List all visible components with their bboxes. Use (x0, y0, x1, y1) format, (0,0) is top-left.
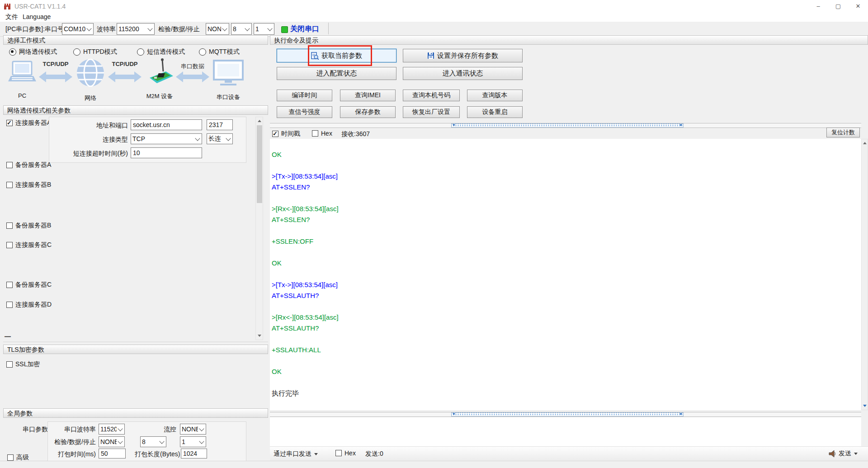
window-title: USR-CAT1 V1.1.4 (14, 3, 66, 10)
server-checkbox-row[interactable]: 备份服务器A (6, 161, 51, 169)
server-checkbox-row[interactable]: 连接服务器C (6, 241, 52, 249)
server-a-port-input[interactable]: 2317 (207, 119, 233, 130)
send-textarea[interactable] (270, 417, 861, 446)
global-parity-select[interactable]: NONE (99, 436, 125, 447)
get-params-button[interactable]: 获取当前参数 (277, 49, 396, 62)
ssl-label: SSL加密 (15, 360, 40, 369)
log-vscrollbar[interactable] (861, 139, 868, 410)
short-timeout-input[interactable]: 10 (131, 147, 202, 158)
log-line (272, 247, 855, 258)
ssl-checkbox-row[interactable]: SSL加密 (6, 360, 40, 369)
cmd-button-compile-time[interactable]: 编译时间 (277, 90, 332, 101)
send-button[interactable]: 发送 (828, 449, 858, 458)
global-databits-select[interactable]: 8 (140, 436, 166, 447)
enter-comm-button[interactable]: 进入通讯状态 (403, 67, 523, 80)
send-hex-checkbox-row[interactable]: Hex (335, 449, 356, 457)
chevron-down-icon (226, 136, 231, 141)
server-checkbox-row[interactable]: 备份服务器B (6, 222, 51, 230)
log-hscrollbar-top[interactable] (270, 123, 861, 128)
cmd-button-reboot[interactable]: 设备重启 (467, 106, 523, 118)
radio-option-mqtt[interactable]: MQTT模式 (199, 48, 240, 56)
radio-option-net[interactable]: 网络透传模式 (9, 48, 57, 56)
cmd-button-query-version[interactable]: 查询版本 (467, 90, 523, 101)
radio-icon[interactable] (73, 48, 80, 56)
chevron-down-icon (222, 26, 227, 31)
databits-select[interactable]: 8 (231, 23, 252, 35)
cmd-button-signal[interactable]: 查信号强度 (277, 106, 332, 118)
radio-option-httpd[interactable]: HTTPD模式 (73, 48, 117, 56)
timestamp-checkbox-row[interactable]: 时间戳 (272, 130, 300, 138)
checkbox-icon[interactable] (6, 162, 13, 168)
server-checkbox-row[interactable]: 备份服务器C (6, 281, 52, 289)
server-a-checkbox-row[interactable]: 连接服务器A (6, 119, 51, 127)
checkbox-icon[interactable] (6, 222, 13, 229)
checkbox-icon[interactable] (6, 182, 13, 188)
toolbar-separator (328, 23, 329, 34)
conn-type-select[interactable]: TCP (131, 133, 202, 144)
parity-select[interactable]: NONI (206, 23, 229, 35)
checkbox-icon[interactable] (7, 454, 14, 461)
scrollbar-thumb[interactable] (451, 412, 684, 416)
menu-item-file[interactable]: 文件 (3, 12, 21, 22)
cmd-button-factory-reset[interactable]: 恢复出厂设置 (403, 106, 460, 118)
checkbox-icon[interactable] (6, 120, 13, 126)
flow-select[interactable]: NONE (180, 424, 206, 435)
cmd-button-query-number[interactable]: 查询本机号码 (403, 90, 460, 101)
log-line (272, 355, 855, 366)
scroll-down-arrow-icon[interactable] (256, 332, 263, 340)
m2m-device-icon (145, 58, 174, 88)
server-checkbox-row[interactable]: 连接服务器B (6, 181, 51, 189)
checkbox-icon[interactable] (312, 130, 318, 137)
radio-icon[interactable] (9, 48, 16, 56)
close-button[interactable]: ✕ (848, 0, 868, 12)
save-all-button[interactable]: 设置并保存所有参数 (403, 49, 523, 62)
title-bar: USR-CAT1 V1.1.4 – ▢ ✕ (0, 0, 868, 12)
conn-keep-select[interactable]: 长连 (207, 133, 233, 144)
checkbox-icon[interactable] (6, 282, 13, 288)
scrollbar-thumb[interactable] (257, 125, 262, 203)
send-button-label: 发送 (839, 449, 851, 458)
server-checkbox-row[interactable]: 连接服务器D (6, 301, 52, 309)
get-params-label: 获取当前参数 (321, 52, 362, 60)
cmd-button-save-params[interactable]: 保存参数 (340, 106, 396, 118)
minimize-button[interactable]: – (808, 0, 828, 12)
radio-icon[interactable] (199, 48, 206, 56)
left-panel-scrollbar[interactable] (255, 117, 263, 340)
packtime-input[interactable]: 50 (99, 449, 126, 459)
baud-select[interactable]: 115200 (117, 23, 155, 35)
checkbox-icon[interactable] (6, 361, 13, 368)
global-stopbits-select[interactable]: 1 (180, 436, 206, 447)
checkbox-icon[interactable] (6, 242, 13, 248)
server-a-address-input[interactable]: socket.usr.cn (131, 119, 202, 130)
node-label-pc: PC (8, 92, 36, 99)
send-bar (270, 446, 868, 461)
close-port-button[interactable]: 关闭串口 (290, 24, 319, 34)
com-port-select[interactable]: COM10 (62, 23, 94, 35)
checkbox-icon[interactable] (272, 131, 278, 137)
scroll-up-arrow-icon[interactable] (862, 139, 868, 147)
packlen-input[interactable]: 1024 (181, 449, 207, 459)
reset-count-button[interactable]: 复位计数 (826, 128, 860, 137)
log-hscrollbar-bottom[interactable] (270, 412, 861, 417)
cmd-button-query-imei[interactable]: 查询IMEI (340, 90, 396, 101)
maximize-button[interactable]: ▢ (828, 0, 848, 12)
scroll-up-arrow-icon[interactable] (256, 117, 263, 125)
log-line: >[Rx<-][08:53:54][asc] (272, 203, 855, 214)
baud-value: 115200 (118, 25, 146, 33)
scroll-down-arrow-icon[interactable] (862, 402, 868, 410)
radio-option-sms[interactable]: 短信透传模式 (137, 48, 185, 56)
conn-type-value: TCP (132, 135, 194, 142)
parity-value: NONI (208, 25, 221, 33)
menu-item-language[interactable]: Language (20, 12, 53, 22)
radio-icon[interactable] (137, 48, 144, 56)
global-baud-select[interactable]: 115200 (99, 424, 125, 435)
scrollbar-thumb[interactable] (451, 123, 684, 128)
server-label: 备份服务器B (15, 222, 51, 230)
checkbox-icon[interactable] (6, 302, 13, 308)
enter-config-button[interactable]: 进入配置状态 (277, 67, 396, 80)
stopbits-select[interactable]: 1 (254, 23, 274, 35)
checkbox-icon[interactable] (335, 450, 342, 456)
log-line (272, 193, 855, 203)
send-via-dropdown[interactable]: 通过串口发送 (274, 450, 318, 458)
log-hex-checkbox-row[interactable]: Hex (312, 130, 332, 137)
